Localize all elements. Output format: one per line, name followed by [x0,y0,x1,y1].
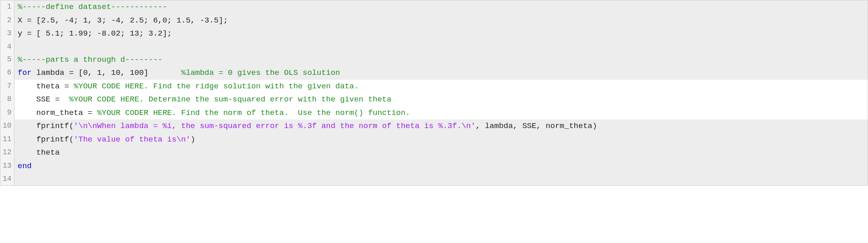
code-line: 2X = [2.5, -4; 1, 3; -4, 2.5; 6,0; 1.5, … [0,14,868,27]
code-content: theta [14,146,868,160]
code-content: fprintf('The value of theta is\n') [14,133,868,146]
code-content: theta = %YOUR CODE HERE. Find the ridge … [14,80,868,93]
code-token: for [18,68,36,77]
code-token: fprintf( [18,135,74,144]
code-content: %-----parts a through d-------- [14,53,868,67]
code-content: SSE = %YOUR CODE HERE. Determine the sum… [14,93,868,106]
code-token: y = [ 5.1; 1.99; -8.02; 13; 3.2]; [18,29,172,38]
code-line: 11 fprintf('The value of theta is\n') [0,133,868,146]
line-number: 11 [0,133,14,146]
code-token: , lambda, SSE, norm_theta) [475,122,597,130]
code-line: 12 theta [0,146,868,160]
line-number: 9 [0,106,14,120]
code-token: end [18,162,32,171]
code-token: theta [18,148,60,157]
line-number: 4 [0,40,14,53]
code-content: X = [2.5, -4; 1, 3; -4, 2.5; 6,0; 1.5, -… [14,14,868,27]
code-token: ) [191,135,195,144]
code-token: %YOUR CODE HERE. Determine the sum-squar… [69,95,391,104]
code-line: 7 theta = %YOUR CODE HERE. Find the ridg… [0,80,868,93]
line-number: 3 [0,27,14,40]
line-number: 2 [0,14,14,27]
code-token: %-----define dataset------------ [18,2,167,11]
code-line: 9 norm_theta = %YOUR CODER HERE. Find th… [0,106,868,120]
line-number: 10 [0,119,14,133]
code-content: fprintf('\n\nWhen lambda = %i, the sum-s… [14,119,868,133]
code-line: 5%-----parts a through d-------- [0,53,868,67]
code-content [14,173,868,186]
code-line: 4 [0,40,868,53]
code-line: 13end [0,160,868,173]
line-number: 8 [0,93,14,106]
code-token: lambda = [0, 1, 10, 100] [36,68,181,77]
code-line: 3y = [ 5.1; 1.99; -8.02; 13; 3.2]; [0,27,868,40]
code-token: 'The value of theta is\n' [74,135,191,144]
line-number: 13 [0,160,14,173]
code-line: 10 fprintf('\n\nWhen lambda = %i, the su… [0,119,868,133]
line-number: 12 [0,146,14,160]
code-content: end [14,160,868,173]
code-token: X = [2.5, -4; 1, 3; -4, 2.5; 6,0; 1.5, -… [18,16,228,25]
code-content: y = [ 5.1; 1.99; -8.02; 13; 3.2]; [14,27,868,40]
code-token: '\n\nWhen lambda = %i, the sum-squared e… [74,122,476,130]
code-token: norm_theta = [18,108,97,117]
code-block: 1%-----define dataset------------2X = [2… [0,0,868,186]
code-content: for lambda = [0, 1, 10, 100] %lambda = 0… [14,66,868,80]
line-number: 7 [0,80,14,93]
code-content: %-----define dataset------------ [14,0,868,14]
line-number: 1 [0,0,14,14]
code-token: SSE = [18,95,69,104]
code-token: %lambda = 0 gives the OLS solution [181,68,340,77]
code-token: fprintf( [18,122,74,130]
code-line: 8 SSE = %YOUR CODE HERE. Determine the s… [0,93,868,106]
code-token: %YOUR CODE HERE. Find the ridge solution… [74,82,359,91]
line-number: 5 [0,53,14,67]
line-number: 14 [0,173,14,186]
line-number: 6 [0,66,14,80]
code-content: norm_theta = %YOUR CODER HERE. Find the … [14,106,868,120]
code-content [14,40,868,53]
code-line: 14 [0,173,868,186]
code-token: theta = [18,82,74,91]
code-token: %-----parts a through d-------- [18,55,162,64]
code-line: 6for lambda = [0, 1, 10, 100] %lambda = … [0,66,868,80]
code-line: 1%-----define dataset------------ [0,0,868,14]
code-token: %YOUR CODER HERE. Find the norm of theta… [97,108,410,117]
